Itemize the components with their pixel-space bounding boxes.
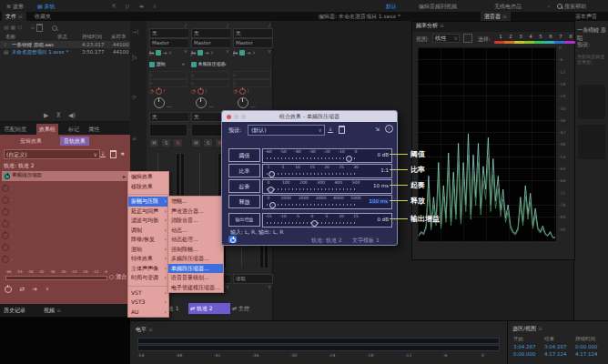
help-search[interactable]: 搜索帮助 xyxy=(557,3,586,11)
submenu-item[interactable]: 电子管建模压缩器... xyxy=(168,283,223,293)
tab-favorites[interactable]: 收藏夹 xyxy=(31,12,55,21)
strip-send-dropdown[interactable]: 无∨ xyxy=(149,112,189,122)
freq-channel-number[interactable]: 8 xyxy=(564,34,577,39)
dialog-save-preset-icon[interactable]: ↓ xyxy=(328,126,333,133)
effects-menu-item[interactable]: VST3› xyxy=(128,298,168,308)
tab-levels[interactable]: 电平 ≡ xyxy=(136,326,153,334)
strip-fx-slot-empty[interactable]: ▹ xyxy=(191,79,229,87)
slider-thumb[interactable] xyxy=(346,156,352,162)
strip-r-button[interactable]: R xyxy=(174,139,182,147)
slider-thumb[interactable] xyxy=(269,171,275,177)
selection-value[interactable]: 4:17.124 xyxy=(544,351,567,357)
timesel-tool-icon[interactable]: Ⅰ xyxy=(151,2,158,10)
strip-fx-slot-empty[interactable]: ▹ xyxy=(149,71,187,79)
slider-track-box[interactable]: 010002000300040005000100 ms xyxy=(262,195,392,209)
insert-multitrack-icon[interactable]: ⌸ xyxy=(31,24,35,30)
strip-eq-thumbnail[interactable] xyxy=(149,124,187,136)
strip-s-button[interactable]: S xyxy=(204,139,212,147)
workspace-item[interactable]: 编辑音频到视频 xyxy=(419,3,457,11)
rack-tab-0[interactable]: 匹配响度 xyxy=(2,124,29,135)
slot-power-icon[interactable] xyxy=(2,220,9,228)
slot-power-icon[interactable] xyxy=(2,232,9,239)
selection-value[interactable]: 0:00.000 xyxy=(575,344,598,349)
rack-empty-slot[interactable]: ▹ xyxy=(2,255,124,264)
rack-apply-icon[interactable]: ➜ xyxy=(32,286,37,293)
submenu-item[interactable]: 动态处理... xyxy=(168,235,223,245)
strip-track-name[interactable]: ⇄ 主控 xyxy=(230,303,273,314)
slider-value[interactable]: 10 ms xyxy=(373,183,389,188)
panel-menu-icon[interactable]: ≡ xyxy=(18,13,23,19)
strip-track-name[interactable]: ⇄ 轨道 2 xyxy=(188,303,231,314)
col-rate[interactable]: 采样率 xyxy=(111,34,127,40)
rack-favorite-icon[interactable]: ★ xyxy=(120,150,125,157)
effect-power-toggle[interactable] xyxy=(228,236,237,243)
effects-menu-item[interactable]: 滤波与均衡› xyxy=(128,216,168,226)
multitrack-button[interactable]: ▤ 多轨 xyxy=(35,2,58,10)
submenu-item[interactable]: 声道混合器... xyxy=(168,207,223,217)
rack-delete-preset-icon[interactable] xyxy=(110,150,117,158)
workspace-item[interactable]: 默认 xyxy=(386,3,397,11)
minimize-icon[interactable] xyxy=(234,115,238,119)
close-icon[interactable] xyxy=(227,115,231,119)
freq-spectrum-graph[interactable] xyxy=(418,47,556,241)
rack-empty-slot[interactable]: ▹ xyxy=(2,207,124,217)
rack-mix-knob[interactable]: ○ 混合 xyxy=(109,273,127,281)
slider-track-box[interactable]: -60-50-40-30-20-1000 dB xyxy=(262,148,392,163)
strip-fx-slot[interactable] xyxy=(233,60,269,68)
strip-edit-icon[interactable]: ∕ xyxy=(185,22,187,28)
effects-menu-item[interactable]: 特殊效果› xyxy=(128,254,168,264)
info-icon[interactable]: i xyxy=(385,125,393,133)
submenu-item[interactable]: 语音音量级别... xyxy=(168,273,223,283)
slider-thumb[interactable] xyxy=(269,202,276,208)
slider-thumb[interactable] xyxy=(311,220,318,227)
effects-menu-item[interactable]: 立体声声像› xyxy=(128,264,168,274)
rack-tab-3[interactable]: 属性 xyxy=(86,124,102,135)
rack-save-preset-icon[interactable]: ↓ xyxy=(100,150,106,157)
submenu-item[interactable]: 强制限幅... xyxy=(168,245,223,255)
freq-view-dropdown[interactable]: 线性∨ xyxy=(432,34,460,43)
rack-empty-slot[interactable]: ▹ xyxy=(2,231,124,240)
slider-value[interactable]: 100 ms xyxy=(369,198,389,204)
zoom-icon[interactable] xyxy=(241,115,246,119)
freq-scan-icon[interactable] xyxy=(463,34,472,43)
submenu-item[interactable]: 多频段压缩器... xyxy=(168,254,223,264)
strip-edit-icon[interactable]: ∕ xyxy=(227,22,228,28)
strip-output-dropdown[interactable]: Master∨ xyxy=(149,38,189,48)
strip-input-dropdown[interactable]: 无∨ xyxy=(191,28,231,38)
open-file-icon[interactable]: ⊡ xyxy=(17,24,22,30)
slider-track-box[interactable]: -15-10-50510150 dB xyxy=(262,213,392,228)
razor-tool-icon[interactable]: ∣∕ xyxy=(122,2,132,10)
tab-editor[interactable]: 编辑器: 未命名混音项目 1.sesx * xyxy=(315,12,404,21)
rack-subtab-1[interactable]: 音轨效果 xyxy=(60,136,89,146)
slot-power-icon[interactable] xyxy=(2,197,9,204)
col-name[interactable]: 名称 xyxy=(5,34,15,40)
new-file-icon[interactable]: ▦ xyxy=(11,24,16,30)
strip-fx-slot-empty[interactable]: ▹ xyxy=(233,71,271,79)
strip-m-button[interactable]: M xyxy=(192,139,200,147)
rack-effect-slot-selected[interactable]: 单频段压缩器 ▸ xyxy=(2,171,127,181)
strip-output-dropdown[interactable]: Master∨ xyxy=(233,38,273,48)
panel-menu-icon[interactable]: ≡ xyxy=(502,13,507,19)
effects-menu-item[interactable]: 降噪/恢复› xyxy=(128,235,168,245)
strip-fx-slot-empty[interactable]: ▹ xyxy=(191,71,229,79)
strip-input-dropdown[interactable]: 无∨ xyxy=(233,28,273,38)
slider-value[interactable]: 0 dB xyxy=(377,152,389,157)
delete-file-icon[interactable] xyxy=(36,24,43,30)
selection-value[interactable]: 3:04.287 xyxy=(544,344,567,349)
selection-value[interactable]: 3:04.287 xyxy=(513,344,536,349)
strip-fx-slot-empty[interactable]: ▹ xyxy=(233,79,271,87)
strip-fx-slot[interactable]: 单频段压缩器▸ xyxy=(191,60,228,68)
slot-power-icon[interactable] xyxy=(2,256,9,263)
rack-empty-slot[interactable]: ▹ xyxy=(2,219,124,228)
waveform-button[interactable]: ≋ 波形 xyxy=(4,2,26,10)
tab-selection-view[interactable]: 选区/视图 ≡ xyxy=(512,325,542,333)
auto-play-icon[interactable]: ◀) xyxy=(68,112,76,119)
import-file-icon[interactable]: ▤ xyxy=(4,24,9,30)
effects-menu-item[interactable]: 时间与变调› xyxy=(128,273,168,283)
move-tool-icon[interactable]: ⇱ xyxy=(109,2,119,10)
submenu-item[interactable]: 消除齿音... xyxy=(168,216,223,226)
file-row[interactable]: ♪一条锦鲤 原唱.aac4:23.01744100 xyxy=(0,41,130,48)
rack-route-icon[interactable]: ⇄ xyxy=(19,286,25,293)
strip-automation-dropdown[interactable]: 读取∨ xyxy=(233,274,273,284)
filter-search-icon[interactable] xyxy=(52,24,57,30)
